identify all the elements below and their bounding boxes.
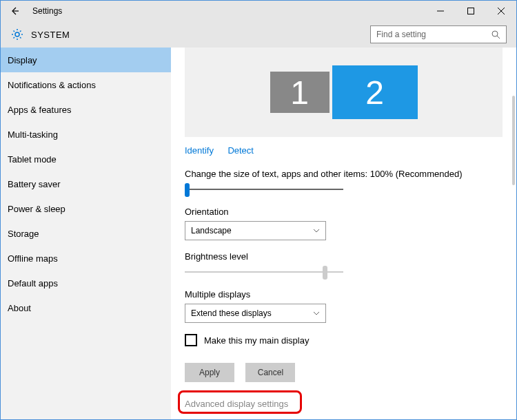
search-placeholder: Find a setting	[376, 30, 426, 39]
orientation-select[interactable]: Landscape	[185, 221, 326, 240]
text-size-slider[interactable]	[185, 183, 343, 196]
apply-button[interactable]: Apply	[185, 363, 234, 382]
header: SYSTEM Find a setting	[1, 21, 516, 48]
advanced-display-link[interactable]: Advanced display settings	[185, 399, 288, 409]
sidebar-item-apps[interactable]: Apps & features	[1, 97, 171, 122]
sidebar-item-notifications[interactable]: Notifications & actions	[1, 72, 171, 97]
svg-rect-0	[468, 8, 474, 14]
multiple-displays-label: Multiple displays	[185, 289, 503, 300]
titlebar: Settings	[1, 1, 516, 21]
main-display-label: Make this my main display	[204, 335, 309, 346]
brightness-label: Brightness level	[185, 251, 503, 262]
detect-link[interactable]: Detect	[227, 145, 254, 156]
multiple-displays-select[interactable]: Extend these displays	[185, 304, 326, 323]
content: Display Notifications & actions Apps & f…	[1, 48, 516, 419]
window-controls	[425, 1, 516, 21]
sidebar-item-power[interactable]: Power & sleep	[1, 196, 171, 221]
sidebar-item-storage[interactable]: Storage	[1, 221, 171, 246]
window-title: Settings	[32, 6, 62, 16]
orientation-setting: Orientation Landscape	[185, 207, 503, 240]
main-display-row: Make this my main display	[185, 334, 503, 346]
button-row: Apply Cancel	[185, 363, 503, 382]
orientation-label: Orientation	[185, 207, 503, 217]
sidebar-item-battery[interactable]: Battery saver	[1, 171, 171, 196]
brightness-slider[interactable]	[185, 266, 343, 278]
identify-link[interactable]: Identify	[185, 145, 214, 156]
text-size-setting: Change the size of text, apps and other …	[185, 169, 503, 196]
sidebar-item-tablet[interactable]: Tablet mode	[1, 147, 171, 171]
search-icon	[491, 30, 500, 39]
maximize-button[interactable]	[456, 1, 486, 21]
sidebar-item-offline-maps[interactable]: Offline maps	[1, 246, 171, 271]
main-panel: 1 2 Identify Detect Change the size of t…	[171, 48, 516, 419]
monitor-links: Identify Detect	[185, 144, 503, 156]
sidebar-item-multitasking[interactable]: Multi-tasking	[1, 122, 171, 147]
chevron-down-icon	[313, 229, 320, 233]
search-input[interactable]: Find a setting	[370, 25, 507, 43]
cancel-button[interactable]: Cancel	[245, 363, 295, 382]
svg-point-1	[15, 32, 19, 36]
sidebar: Display Notifications & actions Apps & f…	[1, 48, 171, 419]
svg-point-2	[492, 31, 498, 36]
sidebar-item-default-apps[interactable]: Default apps	[1, 271, 171, 295]
gear-icon	[10, 28, 24, 41]
section-title: SYSTEM	[31, 30, 70, 40]
close-button[interactable]	[486, 1, 516, 21]
sidebar-item-about[interactable]: About	[1, 295, 171, 320]
back-button[interactable]	[6, 3, 23, 19]
text-size-label: Change the size of text, apps and other …	[185, 169, 503, 179]
main-display-checkbox[interactable]	[185, 334, 197, 346]
sidebar-item-display[interactable]: Display	[1, 48, 171, 72]
multiple-displays-setting: Multiple displays Extend these displays	[185, 289, 503, 323]
scrollbar[interactable]	[512, 96, 515, 185]
monitor-2[interactable]: 2	[332, 65, 418, 119]
minimize-button[interactable]	[425, 1, 456, 21]
monitor-arrangement[interactable]: 1 2	[185, 48, 503, 137]
brightness-setting: Brightness level	[185, 251, 503, 278]
chevron-down-icon	[313, 311, 320, 315]
monitor-1[interactable]: 1	[270, 72, 330, 113]
